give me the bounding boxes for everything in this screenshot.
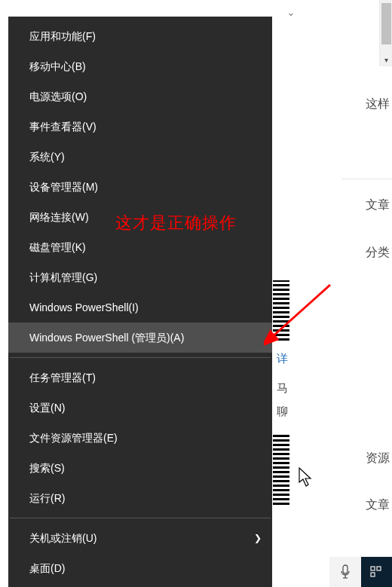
menu-item-13[interactable]: 设置(N) [8,393,272,423]
menu-item-label: 关机或注销(U) [29,532,96,544]
mic-icon [339,564,351,579]
menu-item-19[interactable]: 桌面(D) [8,553,272,583]
menu-item-8[interactable]: 计算机管理(G) [8,262,272,292]
menu-separator [10,357,271,358]
menu-item-7[interactable]: 磁盘管理(K) [8,232,272,262]
menu-item-2[interactable]: 电源选项(O) [8,81,272,112]
sidebar-heading-categories: 分类 [366,245,390,261]
page-text-line1: 这样 [366,96,390,112]
menu-item-4[interactable]: 系统(Y) [8,142,272,172]
svg-rect-1 [343,565,348,573]
menu-item-label: 运行(R) [29,492,65,504]
menu-item-label: 文件资源管理器(E) [29,432,118,444]
svg-rect-4 [371,567,375,570]
menu-item-label: 磁盘管理(K) [29,241,86,253]
link-fragment[interactable]: 详 [277,352,289,366]
svg-rect-6 [371,573,375,576]
menu-item-label: Windows PowerShell (管理员)(A) [29,332,184,344]
chevron-right-icon: ❯ [254,523,262,553]
scrollbar-down-button[interactable]: ▾ [380,54,392,66]
menu-item-1[interactable]: 移动中心(B) [8,51,272,81]
obscured-graphic-2 [273,433,289,505]
taskbar-button[interactable] [361,557,393,587]
taskbar-fragment [329,557,392,587]
text-fragment-a: 马 [277,381,289,396]
chevron-down-icon: ⌄ [286,6,296,18]
menu-item-9[interactable]: Windows PowerShell(I) [8,292,272,323]
menu-item-label: 任务管理器(T) [29,371,96,384]
menu-item-label: 移动中心(B) [29,60,86,72]
obscured-graphic-1 [273,280,289,341]
svg-rect-5 [377,567,381,570]
menu-item-0[interactable]: 应用和功能(F) [8,21,272,51]
grid-icon [370,566,382,578]
menu-item-6[interactable]: 网络连接(W) [8,202,272,232]
menu-item-label: 电源选项(O) [29,90,87,102]
sidebar-heading-articles2: 文章 [366,497,390,513]
menu-item-label: 设置(N) [29,402,65,414]
winx-context-menu[interactable]: 应用和功能(F)移动中心(B)电源选项(O)事件查看器(V)系统(Y)设备管理器… [8,17,272,587]
sidebar-heading-articles: 文章 [366,197,390,213]
scrollbar-thumb[interactable] [381,3,391,44]
chevron-down-icon: ▾ [384,56,388,64]
menu-item-label: 网络连接(W) [29,211,89,223]
sidebar-heading-resources: 资源 [366,451,390,466]
menu-item-12[interactable]: 任务管理器(T) [8,362,272,393]
menu-item-label: 应用和功能(F) [29,30,96,42]
menu-item-3[interactable]: 事件查看器(V) [8,112,272,142]
menu-item-16[interactable]: 运行(R) [8,483,272,513]
mic-button[interactable] [329,557,361,587]
menu-item-label: Windows PowerShell(I) [29,301,139,313]
menu-item-10[interactable]: Windows PowerShell (管理员)(A) [8,323,272,353]
menu-item-18[interactable]: 关机或注销(U)❯ [8,523,272,553]
scrollbar[interactable]: ▾ [379,0,392,66]
menu-item-14[interactable]: 文件资源管理器(E) [8,423,272,453]
text-fragment-b: 聊 [277,405,289,419]
menu-item-label: 桌面(D) [29,562,65,574]
menu-item-label: 计算机管理(G) [29,271,97,283]
menu-item-label: 事件查看器(V) [29,121,96,133]
menu-item-label: 搜索(S) [29,462,65,474]
menu-item-5[interactable]: 设备管理器(M) [8,172,272,202]
menu-item-label: 设备管理器(M) [29,181,98,193]
screenshot-stage: ▾ ⌄ 这样 文章 分类 资源 文章 详 马 聊 应用和功能(F)移动中心(B)… [0,0,392,587]
menu-separator [10,518,271,518]
divider [341,179,392,179]
menu-item-15[interactable]: 搜索(S) [8,453,272,483]
menu-item-label: 系统(Y) [29,151,65,163]
